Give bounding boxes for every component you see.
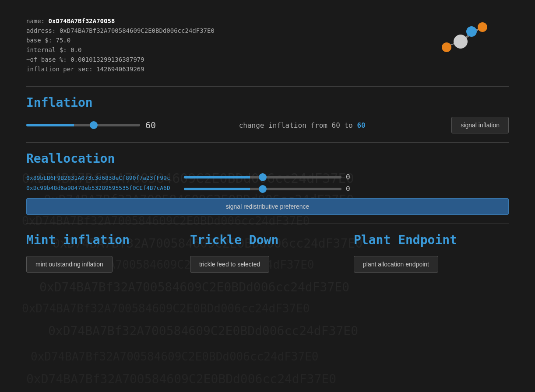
network-graph-svg <box>439 18 491 61</box>
realloc-slider-2[interactable] <box>184 188 341 190</box>
info-section: name: 0xD74BA7Bf32A70058 address: 0xD74B… <box>26 9 509 86</box>
address-label: address: <box>26 27 56 34</box>
bottom-three-columns: Mint inflation mint outstanding inflatio… <box>26 224 509 273</box>
base-value: 75.0 <box>56 37 70 44</box>
reallocation-content: 0x89bEB6F9B2831A073c3d6838eCf890f7a23fF9… <box>26 173 509 193</box>
inflation-section: Inflation 60 change inflation from 60 to… <box>26 86 509 142</box>
base-label: base $: <box>26 37 52 44</box>
reallocation-title: Reallocation <box>26 151 509 166</box>
plant-allocation-button[interactable]: plant allocation endpoint <box>354 256 438 273</box>
signal-redistributive-button[interactable]: signal redistributive preference <box>26 198 509 215</box>
svg-point-6 <box>478 22 487 32</box>
inflation-change-text: change inflation from 60 to 60 <box>239 121 445 130</box>
network-graph <box>439 18 491 61</box>
plant-endpoint-section: Plant Endpoint plant allocation endpoint <box>345 233 509 273</box>
realloc-slider-row-2: 0 <box>184 185 509 193</box>
svg-point-4 <box>454 35 468 49</box>
name-value: 0xD74BA7Bf32A70058 <box>49 18 115 24</box>
mint-inflation-section: Mint inflation mint outstanding inflatio… <box>26 233 181 273</box>
percent-value: 0.001013299136387979 <box>70 56 144 63</box>
inflation-slider[interactable] <box>26 124 140 126</box>
address-line: address: 0xD74BA7Bf32A700584609C2E0BDd00… <box>26 27 215 34</box>
internal-value: 0.0 <box>70 46 81 53</box>
inflation-title: Inflation <box>26 95 509 110</box>
realloc-slider-1-value: 0 <box>346 173 355 181</box>
inflation-change-prefix: change inflation from 60 to <box>239 121 353 130</box>
mint-inflation-title: Mint inflation <box>26 233 172 247</box>
plant-endpoint-title: Plant Endpoint <box>354 233 500 247</box>
trickle-down-title: Trickle Down <box>190 233 336 247</box>
address-value: 0xD74BA7Bf32A700584609C2E0BDd006cc24dF37… <box>60 27 215 34</box>
realloc-slider-1[interactable] <box>184 176 341 178</box>
percent-label: ~of base %: <box>26 56 67 63</box>
inflation-slider-value: 60 <box>145 120 158 130</box>
internal-label: internal $: <box>26 46 67 53</box>
realloc-address-1: 0x89bEB6F9B2831A073c3d6838eCf890f7a23fF9… <box>26 175 175 181</box>
inflation-per-sec-line: inflation per sec: 1426940639269 <box>26 66 215 73</box>
internal-line: internal $: 0.0 <box>26 46 215 53</box>
name-line: name: 0xD74BA7Bf32A70058 <box>26 18 215 24</box>
inflation-change-value: 60 <box>357 121 365 130</box>
name-label: name: <box>26 18 45 24</box>
inflation-slider-container: 60 <box>26 120 232 130</box>
reallocation-sliders: 0 0 <box>184 173 509 193</box>
mint-outstanding-button[interactable]: mint outstanding inflation <box>26 256 113 273</box>
inflation-per-sec-value: 1426940639269 <box>96 66 144 73</box>
signal-inflation-button[interactable]: signal inflation <box>451 117 509 133</box>
svg-point-7 <box>442 42 451 52</box>
realloc-slider-row-1: 0 <box>184 173 509 181</box>
svg-point-5 <box>466 26 477 37</box>
reallocation-section: Reallocation 0x89bEB6F9B2831A073c3d6838e… <box>26 142 509 224</box>
reallocation-address-list: 0x89bEB6F9B2831A073c3d6838eCf890f7a23fF9… <box>26 175 175 191</box>
trickle-down-section: Trickle Down trickle feed to selected <box>181 233 345 273</box>
realloc-slider-2-value: 0 <box>346 185 355 193</box>
inflation-per-sec-label: inflation per sec: <box>26 66 93 73</box>
realloc-address-2: 0xBc99b48d6a98478eb53289595535f0CEf4B7cA… <box>26 185 175 191</box>
percent-line: ~of base %: 0.001013299136387979 <box>26 56 215 63</box>
info-text-block: name: 0xD74BA7Bf32A70058 address: 0xD74B… <box>26 18 215 73</box>
inflation-row: 60 change inflation from 60 to 60 signal… <box>26 117 509 133</box>
base-line: base $: 75.0 <box>26 37 215 44</box>
trickle-feed-button[interactable]: trickle feed to selected <box>190 256 269 273</box>
